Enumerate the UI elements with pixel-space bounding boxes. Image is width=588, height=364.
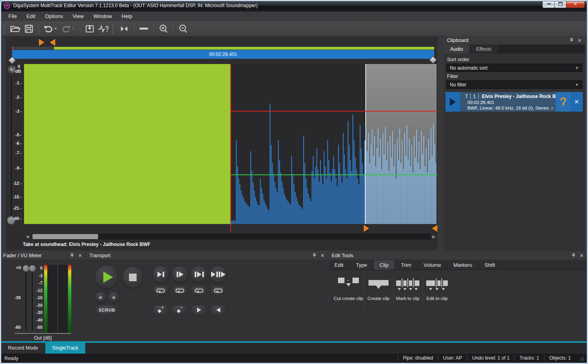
collapse-chevrons-icon[interactable]: « [550, 107, 556, 110]
scroll-right-button[interactable]: ▶ [432, 234, 435, 240]
toolbar-grip[interactable] [4, 24, 6, 34]
tab-audio[interactable]: Audio [444, 45, 469, 54]
tab-clip[interactable]: Clip [374, 260, 395, 270]
edit-to-clip-icon [422, 278, 452, 291]
pin-button[interactable] [572, 253, 576, 258]
sort-order-label: Sort order [447, 57, 469, 62]
tab-trim[interactable]: Trim [395, 260, 418, 270]
clip-block-green[interactable] [24, 64, 230, 224]
loop-toggle-4[interactable] [210, 286, 226, 295]
tab-effects[interactable]: Effects [469, 45, 498, 54]
close-panel-button[interactable]: ✕ [578, 38, 582, 43]
menu-help[interactable]: Help [117, 12, 137, 21]
loop-toggle-3[interactable] [191, 286, 207, 295]
timeline-left-handle[interactable] [9, 58, 15, 63]
mode-tab-bar: Record Mode SingleTrack [1, 343, 587, 354]
prev-marker-button[interactable] [210, 305, 226, 315]
menu-view[interactable]: View [68, 12, 89, 21]
pin-button[interactable] [312, 253, 316, 258]
play-from-marker-button[interactable] [171, 266, 188, 283]
timeline-position-bar[interactable]: 00:02:28.401 [12, 50, 434, 59]
loop-out-marker[interactable] [50, 39, 55, 46]
selection-out-marker[interactable] [432, 225, 437, 232]
delete-marker-button[interactable]: ◆− [172, 305, 188, 315]
menu-options[interactable]: Options [40, 12, 68, 21]
scrollbar-handle[interactable] [32, 234, 98, 239]
clipboard-item[interactable]: T 1 Elvis Presley - Jailhouse Rock BWF 0… [445, 92, 583, 112]
tab-singletrack[interactable]: SingleTrack [45, 343, 86, 354]
sort-order-select[interactable]: No automatic sort ▼ [446, 64, 582, 72]
title-bar[interactable]: m DigaSystem MultiTrack Editor Version 7… [0, 0, 588, 12]
tab-record-mode[interactable]: Record Mode [1, 343, 45, 354]
item-prelisten-button[interactable] [556, 92, 570, 112]
playback-cursor[interactable] [230, 64, 231, 232]
fader-left-track[interactable] [24, 268, 27, 331]
edit-to-clip-button[interactable]: Edit to clip [422, 278, 452, 301]
timeline-track[interactable] [12, 47, 54, 50]
tab-edit[interactable]: Edit [328, 260, 350, 270]
selection-in-marker[interactable] [364, 225, 369, 232]
close-panel-button[interactable]: ✕ [320, 253, 324, 258]
zoom-in-button[interactable] [157, 23, 170, 34]
skip-back-button[interactable]: « [95, 292, 106, 303]
timeline-right-handle[interactable] [430, 57, 436, 63]
pin-button[interactable] [70, 253, 74, 258]
tab-shift[interactable]: Shift [479, 260, 501, 270]
play-to-marker-button[interactable] [152, 266, 169, 283]
redo-button[interactable]: ▼ [59, 23, 77, 34]
cut-create-clip-button[interactable]: ← Cut create clip [333, 278, 364, 301]
item-body[interactable]: T 1 Elvis Presley - Jailhouse Rock BWF 0… [460, 92, 556, 112]
tab-type[interactable]: Type [350, 260, 373, 270]
play-button[interactable] [95, 266, 118, 289]
soundcheck-button[interactable] [97, 23, 110, 34]
loop-in-marker[interactable] [39, 39, 44, 46]
restore-button[interactable] [554, 0, 567, 8]
open-button[interactable] [8, 23, 22, 34]
zoom-out-button[interactable] [176, 23, 190, 34]
clipboard-header[interactable]: Clipboard ✕ [444, 36, 585, 45]
loop-toggle-2[interactable] [172, 286, 188, 295]
mark-to-clip-button[interactable]: Mark to clip [393, 278, 423, 301]
skip-forward-button[interactable]: » [108, 292, 119, 303]
resize-grip[interactable] [579, 356, 584, 361]
minimize-button[interactable] [542, 0, 555, 8]
item-remove-button[interactable]: × [570, 92, 583, 112]
vu-caption-line [15, 333, 71, 334]
filter-select[interactable]: No filter ▼ [446, 80, 582, 89]
undo-dropdown-icon[interactable]: ▼ [54, 27, 57, 30]
menu-window[interactable]: Window [89, 12, 117, 21]
next-marker-button[interactable] [191, 305, 207, 315]
play-selection-button[interactable] [191, 266, 207, 283]
scrub-button[interactable]: SCRUB [95, 305, 119, 315]
app-icon: m [4, 2, 10, 9]
close-panel-button[interactable]: ✕ [78, 253, 82, 258]
add-marker-button[interactable]: ◆+ [153, 305, 169, 315]
save-button[interactable] [22, 23, 36, 34]
waveform-canvas[interactable] [231, 64, 437, 224]
menu-file[interactable]: File [4, 12, 22, 21]
redo-dropdown-icon[interactable]: ▼ [72, 27, 75, 30]
loop-toggle-1[interactable] [153, 286, 169, 295]
toolbar-grip[interactable] [113, 24, 115, 34]
remove-button[interactable] [137, 23, 151, 34]
edit-tools-header[interactable]: Edit Tools ✕ [328, 251, 587, 260]
tab-markers[interactable]: Markers [447, 260, 479, 270]
undo-button[interactable]: ▼ [42, 23, 59, 34]
create-clip-button[interactable]: Create clip [363, 278, 394, 301]
fader-panel-header[interactable]: Fader / VU Meter ✕ [0, 251, 85, 260]
import-take-button[interactable] [83, 23, 97, 34]
play-around-cursor-button[interactable] [210, 266, 227, 283]
close-panel-button[interactable]: ✕ [580, 253, 584, 258]
stop-button[interactable] [122, 267, 143, 288]
ear-icon [560, 97, 567, 107]
timeline-loaded-bar[interactable] [54, 47, 434, 50]
transport-header[interactable]: Transport ✕ [86, 251, 328, 260]
pin-button[interactable] [570, 38, 574, 42]
close-button[interactable]: ✕ [566, 0, 585, 8]
scroll-left-button[interactable]: ◀ [26, 234, 29, 240]
vu-tick: -12 [30, 288, 42, 293]
skip-to-marker-button[interactable] [117, 23, 131, 34]
item-play-button[interactable] [445, 92, 460, 112]
tab-volume[interactable]: Volume [418, 260, 447, 270]
menu-edit[interactable]: Edit [22, 12, 40, 21]
